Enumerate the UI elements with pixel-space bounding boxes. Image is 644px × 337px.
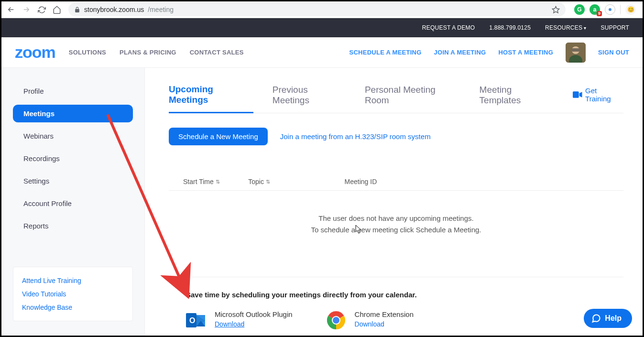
attend-training-link[interactable]: Attend Live Training xyxy=(22,274,124,287)
avatar[interactable] xyxy=(566,43,586,63)
nav-contact[interactable]: CONTACT SALES xyxy=(190,49,244,56)
nav-right: SCHEDULE A MEETING JOIN A MEETING HOST A… xyxy=(349,43,629,63)
zoom-logo[interactable]: zoom xyxy=(15,43,55,62)
sidebar-item-profile[interactable]: Profile xyxy=(13,82,133,100)
nav-left: SOLUTIONS PLANS & PRICING CONTACT SALES xyxy=(69,49,244,56)
outlook-download-link[interactable]: Download xyxy=(215,320,244,328)
knowledge-base-link[interactable]: Knowledge Base xyxy=(22,301,124,314)
chrome-download-link[interactable]: Download xyxy=(355,320,384,328)
profile-avatar-icon[interactable]: 😊 xyxy=(625,4,636,15)
tab-upcoming[interactable]: Upcoming Meetings xyxy=(169,81,253,113)
nav-plans[interactable]: PLANS & PRICING xyxy=(120,49,176,56)
outlook-plugin-name: Microsoft Outlook Plugin xyxy=(215,310,293,318)
tab-templates[interactable]: Meeting Templates xyxy=(480,82,554,112)
sidebar-item-meetings[interactable]: Meetings xyxy=(13,105,133,122)
sidebar-item-webinars[interactable]: Webinars xyxy=(13,127,133,145)
calendar-section: Save time by scheduling your meetings di… xyxy=(169,277,623,330)
schedule-new-meeting-button[interactable]: Schedule a New Meeting xyxy=(169,128,268,145)
join-meeting-link[interactable]: JOIN A MEETING xyxy=(434,49,486,56)
extension-adblock-icon[interactable]: a9 xyxy=(589,4,600,15)
sidebar-item-account-profile[interactable]: Account Profile xyxy=(13,195,133,212)
extension-grammarly-icon[interactable]: G xyxy=(574,4,585,15)
chrome-ext-name: Chrome Extension xyxy=(355,310,414,318)
home-icon[interactable] xyxy=(50,3,64,16)
host-meeting-dropdown[interactable]: HOST A MEETING xyxy=(498,49,553,56)
star-icon[interactable] xyxy=(552,6,560,14)
meetings-table-header: Start Time Topic Meeting ID xyxy=(169,174,623,191)
get-training-link[interactable]: Get Training xyxy=(573,87,623,108)
meeting-tabs: Upcoming Meetings Previous Meetings Pers… xyxy=(169,81,623,113)
support-link[interactable]: SUPPORT xyxy=(601,24,629,31)
video-tutorials-link[interactable]: Video Tutorials xyxy=(22,287,124,301)
chrome-extension: Chrome Extension Download xyxy=(326,310,414,330)
col-start-time[interactable]: Start Time xyxy=(183,178,248,185)
svg-marker-0 xyxy=(552,6,559,12)
sidebar-item-settings[interactable]: Settings xyxy=(13,172,133,190)
sidebar: Profile Meetings Webinars Recordings Set… xyxy=(1,68,145,336)
col-meeting-id[interactable]: Meeting ID xyxy=(345,178,623,185)
col-topic[interactable]: Topic xyxy=(248,178,344,185)
url-path: /meeting xyxy=(148,6,174,13)
request-demo-link[interactable]: REQUEST A DEMO xyxy=(422,24,475,31)
main-content: Upcoming Meetings Previous Meetings Pers… xyxy=(145,68,643,336)
nav-solutions[interactable]: SOLUTIONS xyxy=(69,49,106,56)
url-host: stonybrook.zoom.us xyxy=(84,6,144,13)
lock-icon xyxy=(74,7,80,13)
extension-icons: G a9 😊 xyxy=(570,4,640,15)
sip-join-link[interactable]: Join a meeting from an H.323/SIP room sy… xyxy=(280,132,431,141)
address-bar[interactable]: stonybrook.zoom.us/meeting xyxy=(68,3,566,16)
forward-icon[interactable] xyxy=(20,3,33,16)
tab-previous[interactable]: Previous Meetings xyxy=(273,82,346,112)
sidebar-item-recordings[interactable]: Recordings xyxy=(13,150,133,167)
help-button[interactable]: Help xyxy=(584,309,632,328)
svg-text:O: O xyxy=(189,316,195,325)
extension-generic-icon[interactable] xyxy=(605,4,615,15)
sidebar-help-box: Attend Live Training Video Tutorials Kno… xyxy=(13,267,133,321)
outlook-plugin: O Microsoft Outlook Plugin Download xyxy=(186,310,293,330)
resources-dropdown[interactable]: RESOURCES xyxy=(545,24,586,31)
schedule-meeting-link[interactable]: SCHEDULE A MEETING xyxy=(349,49,422,56)
svg-rect-5 xyxy=(573,91,579,98)
video-icon xyxy=(573,91,582,98)
calendar-title: Save time by scheduling your meetings di… xyxy=(186,291,623,299)
sign-out-link[interactable]: SIGN OUT xyxy=(598,49,629,56)
sidebar-item-reports[interactable]: Reports xyxy=(13,217,133,235)
svg-rect-3 xyxy=(572,48,579,52)
browser-toolbar: stonybrook.zoom.us/meeting G a9 😊 xyxy=(1,1,643,18)
back-icon[interactable] xyxy=(4,3,18,16)
reload-icon[interactable] xyxy=(35,3,48,16)
empty-state: The user does not have any upcoming meet… xyxy=(169,213,623,236)
tab-pmr[interactable]: Personal Meeting Room xyxy=(365,82,460,112)
chat-icon xyxy=(591,314,601,323)
outlook-icon: O xyxy=(186,310,206,330)
main-header: zoom SOLUTIONS PLANS & PRICING CONTACT S… xyxy=(1,37,643,68)
chrome-icon xyxy=(326,310,346,330)
top-utility-bar: REQUEST A DEMO 1.888.799.0125 RESOURCES … xyxy=(1,18,643,37)
svg-point-11 xyxy=(333,317,339,324)
action-row: Schedule a New Meeting Join a meeting fr… xyxy=(169,128,623,145)
phone-link[interactable]: 1.888.799.0125 xyxy=(489,24,531,31)
